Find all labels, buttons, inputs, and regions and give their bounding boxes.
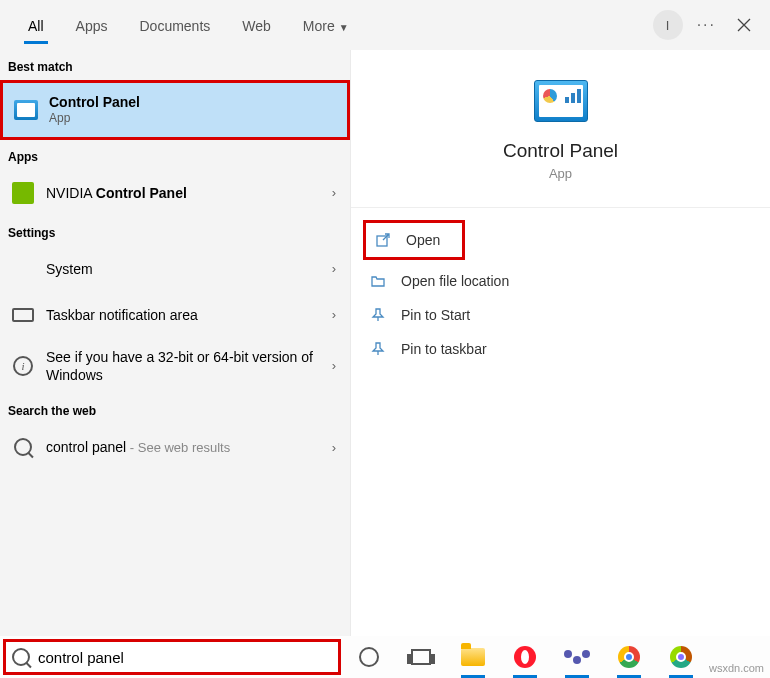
taskbar [0,636,770,678]
chevron-right-icon: › [332,185,336,200]
chrome-alt-icon[interactable] [667,643,695,671]
result-nvidia-control-panel[interactable]: NVIDIA Control Panel › [0,170,350,216]
user-avatar[interactable]: I [653,10,683,40]
highlight-open: Open [363,220,465,260]
detail-subtitle: App [549,166,572,181]
search-filter-tabs: All Apps Documents Web More▼ I ··· [0,0,770,50]
tab-web[interactable]: Web [226,6,287,44]
pin-icon [369,340,387,358]
task-view-icon[interactable] [407,643,435,671]
watermark: wsxdn.com [709,662,764,674]
chevron-right-icon: › [332,440,336,455]
chevron-down-icon: ▼ [339,22,349,33]
tab-all[interactable]: All [12,6,60,44]
nvidia-icon [10,180,36,206]
close-button[interactable] [730,11,758,39]
section-apps: Apps [0,140,350,170]
control-panel-large-icon [534,80,588,122]
section-search-web: Search the web [0,394,350,424]
taskbar-icon [10,302,36,328]
result-32-64-bit[interactable]: i See if you have a 32-bit or 64-bit ver… [0,338,350,394]
cortana-icon[interactable] [355,643,383,671]
open-icon [374,231,392,249]
opera-icon[interactable] [511,643,539,671]
section-best-match: Best match [0,50,350,80]
action-pin-to-taskbar[interactable]: Pin to taskbar [351,332,770,366]
action-pin-to-start[interactable]: Pin to Start [351,298,770,332]
search-input[interactable] [38,649,338,666]
result-control-panel[interactable]: Control Panel App [3,83,347,137]
more-options-icon[interactable]: ··· [697,16,716,34]
result-taskbar-notification[interactable]: Taskbar notification area › [0,292,350,338]
chrome-icon[interactable] [615,643,643,671]
search-icon [12,648,30,666]
pin-icon [369,306,387,324]
result-web-search[interactable]: control panel - See web results › [0,424,350,470]
folder-icon [369,272,387,290]
tab-apps[interactable]: Apps [60,6,124,44]
search-icon [10,434,36,460]
info-icon: i [10,353,36,379]
detail-title: Control Panel [503,140,618,162]
highlight-best-match: Control Panel App [0,80,350,140]
section-settings: Settings [0,216,350,246]
action-open-file-location[interactable]: Open file location [351,264,770,298]
result-system[interactable]: System › [0,246,350,292]
control-panel-icon [13,97,39,123]
file-explorer-icon[interactable] [459,643,487,671]
search-box[interactable] [3,639,341,675]
tab-documents[interactable]: Documents [123,6,226,44]
teams-icon[interactable] [563,643,591,671]
chevron-right-icon: › [332,358,336,373]
chevron-right-icon: › [332,307,336,322]
action-open[interactable]: Open [366,227,448,253]
chevron-right-icon: › [332,261,336,276]
tab-more[interactable]: More▼ [287,6,365,44]
results-panel: Best match Control Panel App Apps NVIDIA… [0,50,350,636]
detail-panel: Control Panel App Open Open file locatio… [350,50,770,636]
